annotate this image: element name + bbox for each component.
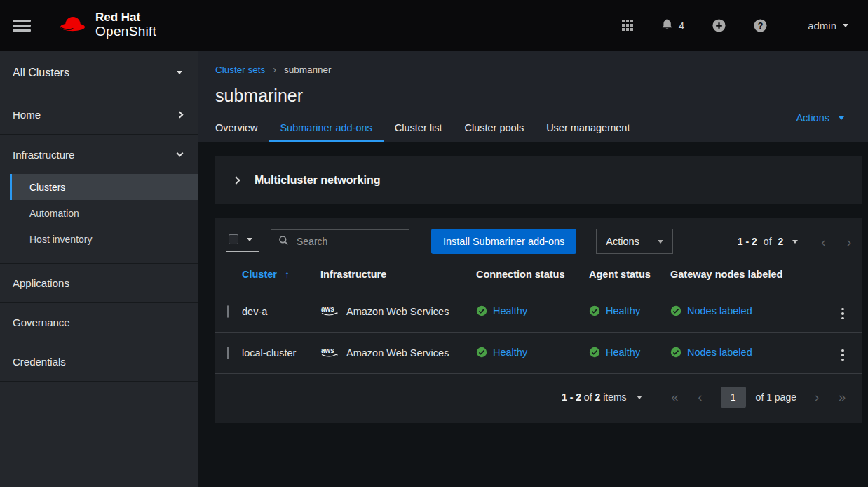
gateway-nodes-link[interactable]: Nodes labeled [670,305,752,316]
breadcrumb-link-cluster-sets[interactable]: Cluster sets [215,65,265,75]
bell-icon [661,18,673,33]
row-checkbox[interactable] [227,305,229,318]
tab-overview[interactable]: Overview [215,115,269,142]
tab-cluster-pools[interactable]: Cluster pools [454,115,536,142]
breadcrumb-separator-icon: › [273,64,276,75]
sidebar-item-applications[interactable]: Applications [0,264,198,303]
agent-status-link[interactable]: Healthy [589,305,640,316]
sidebar-item-infrastructure[interactable]: Infrastructure [0,135,198,174]
pagination-of: of [584,392,592,403]
pagination-first-icon[interactable]: « [672,391,679,403]
pagination-of: of [764,236,772,247]
nav-toggle-icon[interactable] [13,20,31,32]
caret-down-icon [177,71,182,74]
breadcrumb-current: submariner [284,65,332,75]
header-checkbox-cell [215,265,236,291]
multicluster-networking-panel[interactable]: Multicluster networking [215,156,862,204]
sidebar-item-credentials[interactable]: Credentials [0,342,198,382]
check-circle-icon [589,305,600,316]
sidebar-item-label: Applications [13,277,69,289]
plus-circle-icon[interactable] [712,19,726,32]
caret-down-icon [839,116,844,120]
notifications-button[interactable]: 4 [661,18,684,33]
pagination-prev-icon[interactable]: ‹ [698,391,703,403]
masthead: Red Hat OpenShift 4 ? [0,0,868,51]
sidebar-item-label: Credentials [13,356,66,368]
install-submariner-button[interactable]: Install Submariner add-ons [431,229,576,254]
cluster-switcher[interactable]: All Clusters [0,51,198,95]
pagination-items-label: items [603,392,626,403]
sidebar-item-clusters[interactable]: Clusters [10,174,198,200]
table-row: dev-a aws [215,291,862,333]
table-actions-label: Actions [606,236,639,247]
kebab-menu-icon[interactable] [836,305,850,323]
pagination-menu-caret-icon[interactable] [637,396,642,399]
table-actions-dropdown[interactable]: Actions [596,229,673,254]
brand-text: Red Hat OpenShift [95,11,156,39]
brand-logo: Red Hat OpenShift [56,11,156,39]
connection-status-link[interactable]: Healthy [476,305,527,316]
row-checkbox[interactable] [227,347,229,359]
svg-text:aws: aws [321,347,334,354]
app-launcher-grid-icon[interactable] [622,20,633,31]
bulk-select-dropdown[interactable] [226,231,259,252]
chevron-right-icon [177,112,184,119]
top-pagination: 1 - 2 of 2 ‹ › [738,235,851,248]
sidebar-group-infrastructure: Infrastructure Clusters Automation Host … [0,135,198,264]
table-header-row: Cluster↑ Infrastructure Connection statu… [215,265,862,291]
pagination-last-icon[interactable]: » [839,391,846,403]
submariner-table-panel: Install Submariner add-ons Actions 1 - 2… [215,218,862,423]
pagination-next-icon[interactable]: › [815,391,819,403]
column-header-cluster[interactable]: Cluster↑ [236,265,315,291]
cluster-switcher-label: All Clusters [13,67,69,79]
svg-text:?: ? [758,21,764,31]
caret-down-icon [247,238,252,241]
breadcrumb: Cluster sets › submariner [215,64,846,75]
sidebar-item-label: Infrastructure [13,149,74,161]
page-header: Cluster sets › submariner submariner Act… [198,51,868,142]
bottom-pagination: 1 - 2 of 2 items « ‹ of 1 page › » [215,374,862,423]
page-count-label: of 1 page [756,392,796,403]
expand-chevron-right-icon[interactable] [232,176,240,184]
cell-cluster-name: dev-a [236,291,315,333]
gateway-nodes-link[interactable]: Nodes labeled [670,347,752,358]
chevron-down-icon [843,24,848,27]
check-circle-icon [476,305,487,316]
chevron-down-icon [177,150,184,157]
sidebar-item-governance[interactable]: Governance [0,303,198,342]
page-actions-dropdown[interactable]: Actions [796,112,844,124]
sidebar-item-host-inventory[interactable]: Host inventory [10,226,198,252]
caret-down-icon [658,240,663,244]
main-content: Cluster sets › submariner submariner Act… [198,51,868,487]
pagination-prev-icon[interactable]: ‹ [821,235,825,248]
tab-user-management[interactable]: User management [535,115,641,142]
sidebar-item-home[interactable]: Home [0,95,198,135]
pagination-range: 1 - 2 [562,392,581,403]
check-circle-icon [476,347,487,358]
brand-line2: OpenShift [95,25,156,39]
pagination-next-icon[interactable]: › [847,235,851,248]
pagination-total: 2 [778,236,784,247]
page-number-input[interactable] [721,387,746,408]
tab-submariner-add-ons[interactable]: Submariner add-ons [269,115,383,142]
page-actions-label: Actions [796,112,829,124]
sidebar-item-label: Automation [29,208,79,219]
pagination-menu-caret-icon[interactable] [792,240,798,244]
tab-cluster-list[interactable]: Cluster list [384,115,454,142]
bulk-select-checkbox[interactable] [229,234,238,244]
kebab-menu-icon[interactable] [836,347,850,364]
search-input[interactable] [295,235,402,248]
header-actions-cell [823,265,862,291]
connection-status-link[interactable]: Healthy [476,347,527,358]
clusters-table: Cluster↑ Infrastructure Connection statu… [215,265,862,374]
pagination-total: 2 [595,392,600,403]
check-circle-icon [670,305,681,316]
question-circle-icon[interactable]: ? [754,19,767,32]
cell-infrastructure: Amazon Web Services [346,347,449,359]
column-header-agent-status: Agent status [583,265,665,291]
panel-title: Multicluster networking [255,174,381,187]
sidebar-item-automation[interactable]: Automation [10,200,198,226]
user-menu[interactable]: admin [808,20,848,32]
agent-status-link[interactable]: Healthy [589,347,640,358]
pagination-range: 1 - 2 [738,236,757,247]
